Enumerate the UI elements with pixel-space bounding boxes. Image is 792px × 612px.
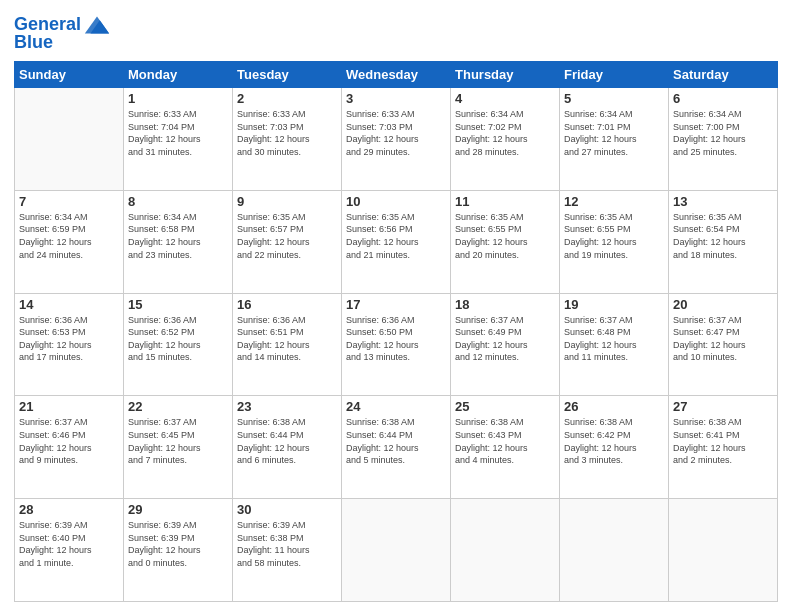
calendar-week-row: 14Sunrise: 6:36 AM Sunset: 6:53 PM Dayli… [15, 293, 778, 396]
calendar-cell: 9Sunrise: 6:35 AM Sunset: 6:57 PM Daylig… [233, 190, 342, 293]
day-info: Sunrise: 6:38 AM Sunset: 6:43 PM Dayligh… [455, 416, 555, 466]
day-number: 5 [564, 91, 664, 106]
calendar-cell: 20Sunrise: 6:37 AM Sunset: 6:47 PM Dayli… [669, 293, 778, 396]
calendar-week-row: 21Sunrise: 6:37 AM Sunset: 6:46 PM Dayli… [15, 396, 778, 499]
day-number: 6 [673, 91, 773, 106]
logo-icon [83, 14, 111, 36]
calendar-cell: 25Sunrise: 6:38 AM Sunset: 6:43 PM Dayli… [451, 396, 560, 499]
day-info: Sunrise: 6:34 AM Sunset: 7:01 PM Dayligh… [564, 108, 664, 158]
calendar-cell [451, 499, 560, 602]
day-number: 26 [564, 399, 664, 414]
page: General Blue SundayMondayTuesdayWednesda… [0, 0, 792, 612]
calendar-cell: 2Sunrise: 6:33 AM Sunset: 7:03 PM Daylig… [233, 88, 342, 191]
day-info: Sunrise: 6:33 AM Sunset: 7:03 PM Dayligh… [346, 108, 446, 158]
day-number: 23 [237, 399, 337, 414]
day-info: Sunrise: 6:37 AM Sunset: 6:48 PM Dayligh… [564, 314, 664, 364]
day-number: 3 [346, 91, 446, 106]
day-info: Sunrise: 6:34 AM Sunset: 7:00 PM Dayligh… [673, 108, 773, 158]
day-number: 27 [673, 399, 773, 414]
calendar-cell: 5Sunrise: 6:34 AM Sunset: 7:01 PM Daylig… [560, 88, 669, 191]
calendar-cell: 7Sunrise: 6:34 AM Sunset: 6:59 PM Daylig… [15, 190, 124, 293]
day-number: 28 [19, 502, 119, 517]
day-info: Sunrise: 6:33 AM Sunset: 7:03 PM Dayligh… [237, 108, 337, 158]
day-number: 8 [128, 194, 228, 209]
calendar-cell: 27Sunrise: 6:38 AM Sunset: 6:41 PM Dayli… [669, 396, 778, 499]
calendar-cell: 17Sunrise: 6:36 AM Sunset: 6:50 PM Dayli… [342, 293, 451, 396]
day-info: Sunrise: 6:39 AM Sunset: 6:39 PM Dayligh… [128, 519, 228, 569]
calendar-cell: 3Sunrise: 6:33 AM Sunset: 7:03 PM Daylig… [342, 88, 451, 191]
calendar-cell [15, 88, 124, 191]
calendar-cell: 11Sunrise: 6:35 AM Sunset: 6:55 PM Dayli… [451, 190, 560, 293]
weekday-header-wednesday: Wednesday [342, 62, 451, 88]
day-info: Sunrise: 6:35 AM Sunset: 6:55 PM Dayligh… [455, 211, 555, 261]
day-info: Sunrise: 6:35 AM Sunset: 6:55 PM Dayligh… [564, 211, 664, 261]
day-info: Sunrise: 6:36 AM Sunset: 6:50 PM Dayligh… [346, 314, 446, 364]
day-number: 12 [564, 194, 664, 209]
calendar-cell: 6Sunrise: 6:34 AM Sunset: 7:00 PM Daylig… [669, 88, 778, 191]
calendar-cell [342, 499, 451, 602]
day-number: 1 [128, 91, 228, 106]
calendar-cell: 13Sunrise: 6:35 AM Sunset: 6:54 PM Dayli… [669, 190, 778, 293]
day-info: Sunrise: 6:38 AM Sunset: 6:44 PM Dayligh… [346, 416, 446, 466]
calendar-cell [669, 499, 778, 602]
header: General Blue [14, 10, 778, 53]
calendar-cell: 1Sunrise: 6:33 AM Sunset: 7:04 PM Daylig… [124, 88, 233, 191]
day-number: 13 [673, 194, 773, 209]
calendar-cell: 22Sunrise: 6:37 AM Sunset: 6:45 PM Dayli… [124, 396, 233, 499]
day-number: 19 [564, 297, 664, 312]
weekday-header-saturday: Saturday [669, 62, 778, 88]
calendar-cell: 21Sunrise: 6:37 AM Sunset: 6:46 PM Dayli… [15, 396, 124, 499]
calendar-header: SundayMondayTuesdayWednesdayThursdayFrid… [15, 62, 778, 88]
calendar-cell: 15Sunrise: 6:36 AM Sunset: 6:52 PM Dayli… [124, 293, 233, 396]
calendar-cell: 26Sunrise: 6:38 AM Sunset: 6:42 PM Dayli… [560, 396, 669, 499]
day-info: Sunrise: 6:38 AM Sunset: 6:44 PM Dayligh… [237, 416, 337, 466]
day-info: Sunrise: 6:34 AM Sunset: 7:02 PM Dayligh… [455, 108, 555, 158]
day-number: 30 [237, 502, 337, 517]
day-info: Sunrise: 6:33 AM Sunset: 7:04 PM Dayligh… [128, 108, 228, 158]
day-number: 24 [346, 399, 446, 414]
day-info: Sunrise: 6:35 AM Sunset: 6:57 PM Dayligh… [237, 211, 337, 261]
day-info: Sunrise: 6:36 AM Sunset: 6:51 PM Dayligh… [237, 314, 337, 364]
calendar-cell: 30Sunrise: 6:39 AM Sunset: 6:38 PM Dayli… [233, 499, 342, 602]
calendar-cell [560, 499, 669, 602]
day-info: Sunrise: 6:37 AM Sunset: 6:49 PM Dayligh… [455, 314, 555, 364]
weekday-header-sunday: Sunday [15, 62, 124, 88]
calendar-cell: 4Sunrise: 6:34 AM Sunset: 7:02 PM Daylig… [451, 88, 560, 191]
day-number: 20 [673, 297, 773, 312]
day-info: Sunrise: 6:36 AM Sunset: 6:53 PM Dayligh… [19, 314, 119, 364]
calendar-cell: 8Sunrise: 6:34 AM Sunset: 6:58 PM Daylig… [124, 190, 233, 293]
calendar-cell: 18Sunrise: 6:37 AM Sunset: 6:49 PM Dayli… [451, 293, 560, 396]
day-info: Sunrise: 6:37 AM Sunset: 6:46 PM Dayligh… [19, 416, 119, 466]
weekday-header-monday: Monday [124, 62, 233, 88]
calendar-week-row: 1Sunrise: 6:33 AM Sunset: 7:04 PM Daylig… [15, 88, 778, 191]
day-info: Sunrise: 6:38 AM Sunset: 6:41 PM Dayligh… [673, 416, 773, 466]
calendar-week-row: 7Sunrise: 6:34 AM Sunset: 6:59 PM Daylig… [15, 190, 778, 293]
calendar-cell: 23Sunrise: 6:38 AM Sunset: 6:44 PM Dayli… [233, 396, 342, 499]
day-number: 15 [128, 297, 228, 312]
weekday-header-thursday: Thursday [451, 62, 560, 88]
calendar-week-row: 28Sunrise: 6:39 AM Sunset: 6:40 PM Dayli… [15, 499, 778, 602]
logo: General Blue [14, 14, 111, 53]
day-info: Sunrise: 6:34 AM Sunset: 6:59 PM Dayligh… [19, 211, 119, 261]
day-number: 16 [237, 297, 337, 312]
day-info: Sunrise: 6:36 AM Sunset: 6:52 PM Dayligh… [128, 314, 228, 364]
day-info: Sunrise: 6:37 AM Sunset: 6:47 PM Dayligh… [673, 314, 773, 364]
day-number: 18 [455, 297, 555, 312]
day-number: 9 [237, 194, 337, 209]
day-number: 11 [455, 194, 555, 209]
day-info: Sunrise: 6:35 AM Sunset: 6:54 PM Dayligh… [673, 211, 773, 261]
calendar-cell: 12Sunrise: 6:35 AM Sunset: 6:55 PM Dayli… [560, 190, 669, 293]
day-number: 21 [19, 399, 119, 414]
calendar-cell: 14Sunrise: 6:36 AM Sunset: 6:53 PM Dayli… [15, 293, 124, 396]
day-info: Sunrise: 6:39 AM Sunset: 6:40 PM Dayligh… [19, 519, 119, 569]
day-info: Sunrise: 6:34 AM Sunset: 6:58 PM Dayligh… [128, 211, 228, 261]
calendar-cell: 24Sunrise: 6:38 AM Sunset: 6:44 PM Dayli… [342, 396, 451, 499]
calendar-cell: 28Sunrise: 6:39 AM Sunset: 6:40 PM Dayli… [15, 499, 124, 602]
weekday-header-tuesday: Tuesday [233, 62, 342, 88]
calendar-cell: 10Sunrise: 6:35 AM Sunset: 6:56 PM Dayli… [342, 190, 451, 293]
weekday-header-row: SundayMondayTuesdayWednesdayThursdayFrid… [15, 62, 778, 88]
day-info: Sunrise: 6:39 AM Sunset: 6:38 PM Dayligh… [237, 519, 337, 569]
day-number: 22 [128, 399, 228, 414]
calendar-body: 1Sunrise: 6:33 AM Sunset: 7:04 PM Daylig… [15, 88, 778, 602]
day-number: 2 [237, 91, 337, 106]
